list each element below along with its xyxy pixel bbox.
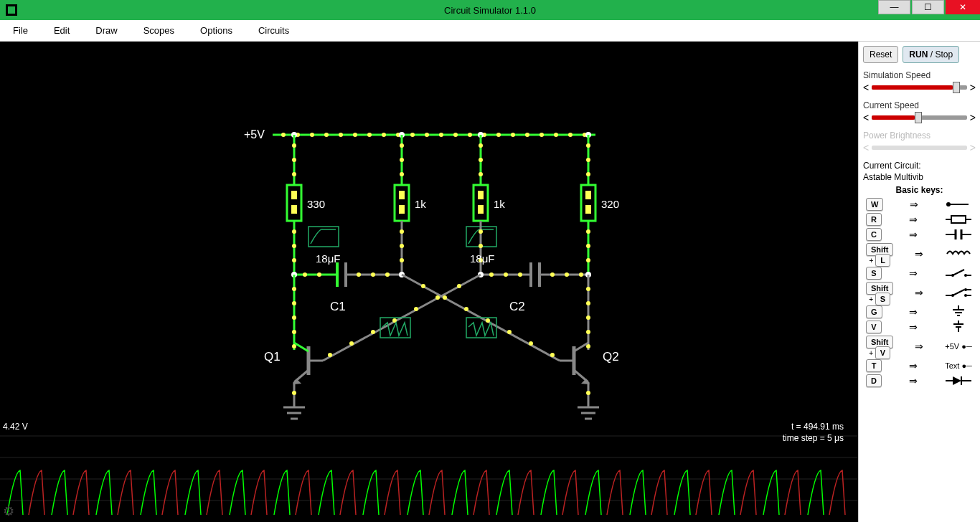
current-circuit-label: Current Circuit: xyxy=(863,161,976,171)
run-stop-button[interactable]: RUN / Stop xyxy=(903,46,959,63)
svg-point-18 xyxy=(525,133,529,137)
svg-point-130 xyxy=(586,301,590,305)
cur-speed-increase[interactable]: > xyxy=(970,112,976,123)
wire-icon xyxy=(944,199,973,209)
key-row-switch-closed: Shift+ S⇒ xyxy=(863,282,976,303)
svg-point-115 xyxy=(414,307,418,311)
svg-point-95 xyxy=(504,272,508,277)
svg-point-41 xyxy=(586,158,590,162)
menu-options[interactable]: Options xyxy=(194,22,238,39)
sim-speed-track[interactable] xyxy=(872,85,967,90)
svg-point-31 xyxy=(292,143,296,148)
resistor-r2: 1k xyxy=(395,185,426,221)
svg-point-70 xyxy=(586,258,590,262)
capacitor-c2: 18μF C2 xyxy=(470,252,588,313)
svg-point-66 xyxy=(292,244,296,248)
text-icon: Text ●─ xyxy=(944,361,973,370)
svg-point-72 xyxy=(400,244,404,248)
power-track xyxy=(872,146,967,150)
svg-point-34 xyxy=(400,143,404,148)
svg-rect-57 xyxy=(585,205,591,214)
svg-point-108 xyxy=(464,307,468,311)
cur-speed-track[interactable] xyxy=(872,115,967,120)
svg-point-96 xyxy=(518,272,522,277)
settings-gear-icon[interactable]: ⚙ xyxy=(3,503,14,519)
svg-point-109 xyxy=(486,318,490,323)
svg-point-148 xyxy=(292,391,296,395)
svg-text:Q1: Q1 xyxy=(264,350,281,364)
app-icon xyxy=(6,4,17,16)
sim-speed-decrease[interactable]: < xyxy=(863,82,869,93)
maximize-button[interactable]: ☐ xyxy=(912,0,944,14)
svg-point-86 xyxy=(371,272,375,277)
sim-speed-increase[interactable]: > xyxy=(970,82,976,93)
svg-text:18μF: 18μF xyxy=(470,252,495,265)
menu-draw[interactable]: Draw xyxy=(90,22,123,39)
+5V-icon: +5V ●─ xyxy=(944,342,973,351)
svg-point-40 xyxy=(586,143,590,148)
svg-text:1k: 1k xyxy=(494,198,505,210)
svg-point-124 xyxy=(292,287,296,291)
menu-scopes[interactable]: Scopes xyxy=(138,22,180,39)
cur-speed-decrease[interactable]: < xyxy=(863,112,869,123)
power-brightness-slider: Power Brightness < > xyxy=(863,130,976,153)
power-increase: > xyxy=(970,142,976,153)
simulation-speed-slider: Simulation Speed < > xyxy=(863,70,976,93)
svg-point-16 xyxy=(496,133,501,137)
window-title: Circuit Simulator 1.1.0 xyxy=(444,5,536,16)
ground-q2 xyxy=(578,407,599,419)
svg-point-42 xyxy=(586,172,590,176)
scope-time: t = 494.91 ms xyxy=(791,422,844,432)
minimize-button[interactable]: — xyxy=(878,0,910,14)
svg-point-112 xyxy=(550,353,555,357)
svg-point-113 xyxy=(457,284,461,288)
svg-rect-53 xyxy=(478,205,484,214)
svg-point-114 xyxy=(435,295,440,300)
svg-point-19 xyxy=(540,133,544,137)
svg-point-111 xyxy=(529,341,533,346)
svg-point-10 xyxy=(410,133,415,137)
resistor-icon xyxy=(944,214,973,224)
svg-point-7 xyxy=(367,133,372,137)
svg-rect-56 xyxy=(585,191,591,199)
menu-edit[interactable]: Edit xyxy=(48,22,75,39)
svg-point-6 xyxy=(353,133,357,137)
circuit-canvas[interactable]: +5V xyxy=(0,42,858,522)
svg-point-36 xyxy=(400,172,404,176)
svg-point-65 xyxy=(292,229,296,234)
svg-marker-190 xyxy=(953,376,961,385)
svg-point-98 xyxy=(565,272,569,277)
scope-voltage: 4.42 V xyxy=(3,422,28,432)
svg-rect-43 xyxy=(287,185,301,221)
diode-icon xyxy=(944,375,973,386)
svg-text:C1: C1 xyxy=(330,300,346,313)
svg-rect-47 xyxy=(395,185,409,221)
svg-point-149 xyxy=(586,391,590,395)
svg-text:330: 330 xyxy=(307,198,325,210)
svg-point-117 xyxy=(371,330,375,334)
ground-icon xyxy=(944,305,973,318)
power-decrease: < xyxy=(863,142,869,153)
titlebar: Circuit Simulator 1.1.0 — ☐ ✕ xyxy=(0,0,980,20)
svg-point-73 xyxy=(400,258,404,262)
svg-point-75 xyxy=(479,244,483,248)
svg-point-69 xyxy=(586,244,590,248)
svg-point-97 xyxy=(550,272,555,277)
svg-point-11 xyxy=(425,133,429,137)
svg-point-131 xyxy=(586,315,590,320)
key-row-resistor: R⇒ xyxy=(863,213,976,226)
key-row-text: T⇒Text ●─ xyxy=(863,359,976,372)
menu-circuits[interactable]: Circuits xyxy=(253,22,295,39)
svg-point-67 xyxy=(292,258,296,262)
svg-point-110 xyxy=(507,330,512,334)
sidebar: Reset RUN / Stop Simulation Speed < > Cu… xyxy=(858,42,980,522)
close-button[interactable]: ✕ xyxy=(946,0,980,14)
reset-button[interactable]: Reset xyxy=(863,46,898,63)
svg-text:1k: 1k xyxy=(415,198,426,210)
svg-point-74 xyxy=(479,229,483,234)
svg-point-85 xyxy=(357,272,361,277)
svg-point-37 xyxy=(479,143,483,148)
svg-point-83 xyxy=(303,272,307,277)
menu-file[interactable]: File xyxy=(7,22,34,39)
key-row-capacitor: C⇒ xyxy=(863,228,976,241)
